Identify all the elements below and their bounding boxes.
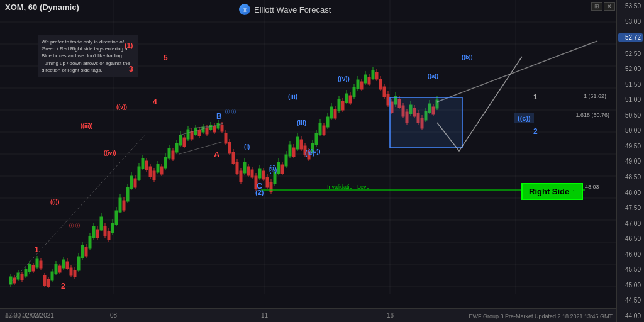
copyright: © eSignal, 2021 (5, 314, 41, 319)
price-5050: 50.50 (618, 112, 643, 119)
wave-label-A: A (214, 150, 219, 159)
price-5350: 53.50 (618, 3, 643, 9)
price-5300: 53.00 (618, 18, 643, 25)
wave-label-B: B (216, 112, 222, 121)
wave-label-dii: ((ii)) (69, 222, 80, 228)
ewf-logo-label: Elliott Wave Forecast (254, 5, 331, 14)
price-4500: 45.00 (618, 282, 643, 289)
wave-label-v-area: ((v)) (338, 75, 350, 82)
fib-1-label: 1 (51.62) (584, 93, 606, 99)
wave-label-4: 4 (153, 97, 157, 106)
corner-btn-2[interactable]: ✕ (604, 2, 615, 11)
time-label-08: 08 (110, 312, 117, 319)
price-5100: 51.00 (618, 96, 643, 103)
time-label-16: 16 (387, 312, 394, 319)
chart-header: XOM, 60 (Dynamic) (5, 3, 79, 12)
wave-label-iv-2: ((iv)) (308, 148, 321, 155)
price-4650: 46.50 (618, 235, 643, 242)
price-4750: 47.50 (618, 204, 643, 211)
wave-label-da: ((a)) (428, 73, 438, 79)
invalidation-price: 48.03 (585, 184, 599, 190)
wave-label-1: 1 (35, 245, 39, 254)
time-label-11: 11 (261, 312, 268, 319)
wave-label-niii: (iii) (297, 119, 306, 126)
price-4900: 49.00 (618, 158, 643, 165)
info-box: We prefer to trade only in direction of … (38, 35, 138, 77)
wave-label-5: 5 (164, 53, 168, 62)
info-box-text: We prefer to trade only in direction of … (42, 39, 130, 73)
wave-label-1-right: 1 (533, 93, 537, 101)
chart-title: XOM, 60 (Dynamic) (5, 3, 79, 12)
chart-container: .candle-bull { fill: #22aa22; stroke: #2… (0, 0, 644, 322)
wave-label-B-dii: ((ii)) (225, 108, 236, 114)
wave-label-diii: ((iii)) (80, 123, 93, 129)
svg-line-248 (437, 41, 597, 102)
ewf-logo-icon: ◎ (239, 4, 250, 15)
price-current: 52.72 (618, 33, 643, 42)
price-4850: 48.50 (618, 174, 643, 180)
wave-label-iii-high: (iii) (288, 93, 297, 100)
wave-label-2-right: 2 (533, 127, 538, 136)
price-4950: 49.50 (618, 143, 643, 150)
price-4600: 46.00 (618, 251, 643, 258)
wave-label-paren-1: (1) (125, 42, 133, 49)
price-4800: 48.00 (618, 189, 643, 196)
price-5150: 51.50 (618, 81, 643, 88)
wave-label-di: ((i)) (50, 199, 60, 205)
wave-label-2: 2 (61, 282, 65, 291)
wave-label-ni: (i) (244, 143, 250, 150)
price-5200: 52.00 (618, 65, 643, 72)
price-axis: 53.50 53.00 52.72 52.50 52.00 51.50 51.0… (616, 0, 644, 322)
price-4700: 47.00 (618, 220, 643, 227)
price-4400: 44.00 (618, 313, 643, 319)
invalidation-label: Invalidation Level (327, 184, 371, 190)
fib-1618-label: 1.618 (50.76) (575, 112, 609, 118)
corner-controls[interactable]: ⊞ ✕ (591, 2, 615, 11)
price-4550: 45.50 (618, 266, 643, 273)
wave-label-dc: ((c)) (514, 113, 534, 123)
wave-label-db: ((b)) (462, 54, 473, 60)
price-5000: 50.00 (618, 127, 643, 134)
wave-label-dv: ((v)) (116, 104, 127, 110)
wave-label-paren-2: (2) (255, 189, 264, 196)
wave-label-nii-2: (ii) (269, 165, 276, 171)
right-side-box: Right Side ↑ (521, 183, 583, 200)
wave-label-div: ((iv)) (104, 150, 116, 156)
footer-text: EWF Group 3 Pre-Market Updated 2.18.2021… (469, 313, 613, 319)
corner-btn-1[interactable]: ⊞ (591, 2, 602, 11)
wave-label-3: 3 (129, 65, 133, 74)
ewf-logo: ◎ Elliott Wave Forecast (239, 4, 331, 15)
price-4450: 44.50 (618, 297, 643, 304)
price-5250: 52.50 (618, 50, 643, 57)
svg-line-246 (179, 123, 223, 135)
svg-rect-251 (390, 97, 462, 148)
